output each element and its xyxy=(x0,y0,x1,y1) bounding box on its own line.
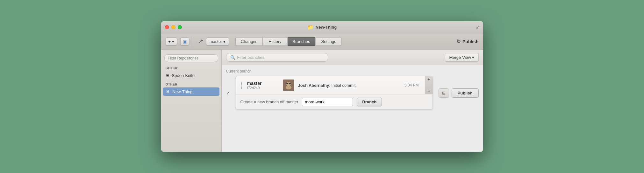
toolbar-divider xyxy=(193,37,193,46)
sidebar-section-header-github: GITHUB xyxy=(161,66,221,71)
content-toolbar: 🔍 Merge View ▾ xyxy=(222,50,483,65)
expand-button[interactable]: ⤢ xyxy=(476,24,480,30)
sync-icon: ↻ xyxy=(456,38,461,45)
minimize-button[interactable] xyxy=(171,25,175,29)
new-branch-label: Create a new branch off master xyxy=(240,100,298,104)
svg-rect-3 xyxy=(289,83,291,84)
new-branch-row: Create a new branch off master Branch xyxy=(236,94,433,109)
commit-time: 5:04 PM xyxy=(404,83,419,87)
sidebar-item-label-spoon-knife: Spoon-Knife xyxy=(172,73,195,78)
drag-dot xyxy=(241,83,242,84)
commit-message: Josh Abernathy: Initial commit. xyxy=(298,83,401,88)
window-title: 📁 New-Thing xyxy=(307,24,337,30)
branch-card-top: master f72d240 xyxy=(236,76,433,94)
traffic-lights xyxy=(165,25,182,29)
nav-tabs: Changes History Branches Settings xyxy=(235,37,341,46)
drag-dot xyxy=(241,87,242,88)
branch-create-button[interactable]: Branch xyxy=(357,98,382,106)
window-title-text: New-Thing xyxy=(316,25,337,30)
drag-dot xyxy=(241,86,242,86)
svg-point-5 xyxy=(286,86,291,89)
expand-plus-button[interactable]: + xyxy=(427,77,430,81)
commit-avatar xyxy=(283,80,294,91)
toolbar: + ▾ ▣ ⎇ master ▾ Changes History Branche… xyxy=(161,33,483,50)
sidebar-toggle-button[interactable]: ▣ xyxy=(180,38,189,45)
content-area: 🔍 Merge View ▾ Current branch ✓ xyxy=(222,50,483,152)
toolbar-publish-label: Publish xyxy=(462,39,479,44)
branch-card-master: master f72d240 xyxy=(236,76,433,110)
sidebar-section-github: GITHUB ⊞ Spoon-Knife xyxy=(161,66,221,80)
collapse-minus-button[interactable]: − xyxy=(427,89,430,93)
close-button[interactable] xyxy=(165,25,169,29)
search-icon: 🔍 xyxy=(230,55,235,60)
sidebar-item-new-thing[interactable]: 🖥 New-Thing xyxy=(163,87,219,96)
add-button[interactable]: + ▾ xyxy=(166,38,177,45)
commit-author: Josh Abernathy xyxy=(298,83,329,88)
tab-branches[interactable]: Branches xyxy=(288,37,316,46)
sidebar-section-header-other: OTHER xyxy=(161,83,221,87)
sidebar-section-other: OTHER 🖥 New-Thing xyxy=(161,83,221,96)
branch-selector-label: master ▾ xyxy=(210,39,225,44)
toolbar-publish-button[interactable]: ↻ Publish xyxy=(456,38,479,45)
merge-view-button[interactable]: Merge View ▾ xyxy=(445,53,478,62)
branch-name: master xyxy=(247,81,279,86)
merge-view-label: Merge View ▾ xyxy=(449,55,474,60)
branch-hash: f72d240 xyxy=(247,86,279,90)
publish-branch-button[interactable]: Publish xyxy=(452,88,479,98)
tab-history[interactable]: History xyxy=(263,37,287,46)
folder-icon: 📁 xyxy=(307,24,314,30)
svg-rect-4 xyxy=(288,84,289,84)
compare-icon-button[interactable]: ⊞ xyxy=(439,88,449,98)
branch-info: master f72d240 xyxy=(247,81,279,90)
repo-icon: ⊞ xyxy=(166,73,169,78)
sidebar: GITHUB ⊞ Spoon-Knife OTHER 🖥 New-Thing xyxy=(161,50,222,152)
action-buttons: ⊞ Publish xyxy=(439,88,479,98)
branch-selector[interactable]: master ▾ xyxy=(206,38,229,45)
content-body: Current branch ✓ xyxy=(222,65,483,152)
sidebar-item-label-new-thing: New-Thing xyxy=(173,89,193,94)
drag-dot xyxy=(241,84,242,85)
commit-text: Initial commit. xyxy=(332,83,357,88)
sidebar-item-spoon-knife[interactable]: ⊞ Spoon-Knife xyxy=(161,71,221,80)
avatar-image xyxy=(283,80,294,91)
filter-repos-input[interactable] xyxy=(164,54,218,62)
branch-icon: ⎇ xyxy=(197,38,203,45)
tab-settings[interactable]: Settings xyxy=(316,37,341,46)
filter-repos-container xyxy=(164,54,218,62)
drag-dot xyxy=(241,82,242,83)
filter-branches-input[interactable] xyxy=(237,55,324,60)
branch-row: ✓ xyxy=(226,76,479,110)
compare-icon: ⊞ xyxy=(442,91,446,95)
monitor-icon: 🖥 xyxy=(166,89,170,94)
branch-card-side: + − xyxy=(425,76,433,94)
main-layout: GITHUB ⊞ Spoon-Knife OTHER 🖥 New-Thing 🔍 xyxy=(161,50,483,152)
new-branch-input[interactable] xyxy=(302,98,353,106)
checkmark-icon: ✓ xyxy=(226,90,233,96)
titlebar: 📁 New-Thing ⤢ xyxy=(161,21,483,33)
tab-changes[interactable]: Changes xyxy=(235,37,263,46)
fullscreen-button[interactable] xyxy=(178,25,182,29)
search-box: 🔍 xyxy=(226,53,328,62)
section-label: Current branch xyxy=(226,69,479,73)
svg-rect-2 xyxy=(286,83,288,84)
app-window: 📁 New-Thing ⤢ + ▾ ▣ ⎇ master ▾ Changes H… xyxy=(161,21,483,152)
drag-dot xyxy=(241,88,242,89)
branch-drag-handle xyxy=(240,81,243,90)
